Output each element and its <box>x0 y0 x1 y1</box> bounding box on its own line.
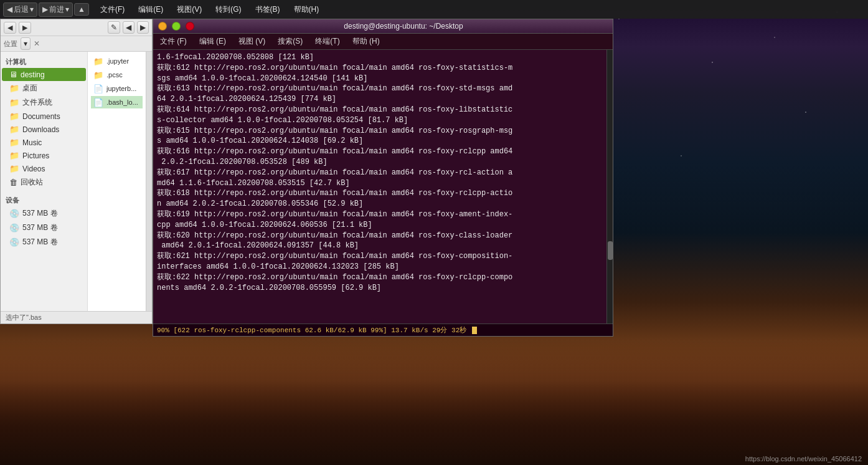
fm-next-icon[interactable]: ▶ <box>137 21 149 34</box>
file-icon-jupyterb: 📄 <box>93 84 103 93</box>
folder-icon-fs: 📁 <box>9 98 19 107</box>
sidebar-label-vol2: 537 MB 卷 <box>22 223 58 233</box>
sidebar-item-music[interactable]: 📁 Music <box>2 136 86 149</box>
term-line-3: 获取:613 http://repo.ros2.org/ubuntu/main … <box>157 84 603 94</box>
term-line-11: 获取:617 http://repo.ros2.org/ubuntu/main … <box>157 168 603 178</box>
fm-scrollbar[interactable] <box>146 52 152 311</box>
file-item-jupyterb[interactable]: 📄 jupyterb... <box>91 82 143 95</box>
up-button[interactable]: ▲ <box>74 3 89 16</box>
menu-view[interactable]: 视图(V) <box>173 3 205 16</box>
menu-edit[interactable]: 编辑(E) <box>134 3 167 16</box>
fm-forward-btn[interactable]: ▶ <box>19 22 31 34</box>
forward-label: 前进 <box>49 4 64 15</box>
fm-edit-icon[interactable]: ✎ <box>108 21 120 34</box>
terminal-menu-edit[interactable]: 编辑 (E) <box>196 35 230 48</box>
terminal-menu-help[interactable]: 帮助 (H) <box>349 35 384 48</box>
location-label: 位置 <box>4 39 17 49</box>
folder-icon-pcsc: 📁 <box>93 70 103 80</box>
terminal-menu-search[interactable]: 搜索(S) <box>274 35 306 48</box>
forward-dropdown[interactable]: ▾ <box>65 5 69 14</box>
file-item-jupyter[interactable]: 📁 .jupyter <box>91 55 143 67</box>
bottom-credit-bar: https://blog.csdn.net/weixin_45066412 <box>739 453 868 465</box>
sidebar-item-documents[interactable]: 📁 Documents <box>2 110 86 123</box>
taskbar-left: ◀ 后退 ▾ ▶ 前进 ▾ ▲ 文件(F) 编辑(E) 视图(V) 转到(G) … <box>3 2 865 17</box>
terminal-minimize-btn[interactable] <box>158 22 167 31</box>
location-close[interactable]: ✕ <box>34 39 40 48</box>
sidebar-item-trash[interactable]: 🗑 回收站 <box>2 175 86 189</box>
menu-bookmarks[interactable]: 书签(B) <box>252 3 284 16</box>
back-button[interactable]: ◀ 后退 ▾ <box>3 2 37 17</box>
back-label: 后退 <box>14 4 29 15</box>
scroll-thumb[interactable] <box>608 241 613 260</box>
sidebar-item-downloads[interactable]: 📁 Downloads <box>2 123 86 136</box>
menu-file[interactable]: 文件(F) <box>97 3 128 16</box>
terminal-maximize-btn[interactable] <box>172 22 181 31</box>
file-icon-bashlog: 📄 <box>93 97 103 107</box>
fm-status-text: 选中了".bas <box>6 314 42 321</box>
top-taskbar: ◀ 后退 ▾ ▶ 前进 ▾ ▲ 文件(F) 编辑(E) 视图(V) 转到(G) … <box>0 0 868 19</box>
sidebar-item-videos[interactable]: 📁 Videos <box>2 162 86 175</box>
sidebar-item-pictures[interactable]: 📁 Pictures <box>2 149 86 162</box>
computer-icon: 🖥 <box>9 70 17 79</box>
sidebar-item-desktop[interactable]: 📁 桌面 <box>2 81 86 95</box>
sidebar-label-downloads: Downloads <box>22 125 59 134</box>
fm-toolbar: ◀ ▶ ✎ ◀ ▶ <box>1 19 152 36</box>
fm-location-bar: 位置 ▾ ✕ <box>1 36 152 52</box>
fm-back-btn[interactable]: ◀ <box>4 22 16 34</box>
sidebar-label-fs: 文件系统 <box>22 97 52 108</box>
terminal-statusbar: 90% [622 ros-foxy-rclcpp-components 62.6… <box>153 324 613 336</box>
terminal-status-text: 90% [622 ros-foxy-rclcpp-components 62.6… <box>157 327 466 334</box>
credit-text: https://blog.csdn.net/weixin_45066412 <box>745 455 862 463</box>
sidebar-label-vol3: 537 MB 卷 <box>22 237 58 247</box>
terminal-close-btn[interactable] <box>186 22 194 31</box>
fm-sidebar: 计算机 🖥 desting 📁 桌面 📁 文件系统 📁 Documents 📁 … <box>1 52 88 311</box>
sidebar-item-desting[interactable]: 🖥 desting <box>2 68 86 81</box>
terminal-menubar: 文件 (F) 编辑 (E) 视图 (V) 搜索(S) 终端(T) 帮助 (H) <box>153 34 613 50</box>
term-line-5: 获取:614 http://repo.ros2.org/ubuntu/main … <box>157 105 603 115</box>
sidebar-section-computer: 计算机 <box>1 55 87 68</box>
terminal-menu-view[interactable]: 视图 (V) <box>235 35 269 48</box>
term-line-19: 获取:621 http://repo.ros2.org/ubuntu/main … <box>157 251 603 262</box>
fm-prev-icon[interactable]: ◀ <box>123 21 134 34</box>
term-line-9: 获取:616 http://repo.ros2.org/ubuntu/main … <box>157 146 603 157</box>
trash-icon: 🗑 <box>9 178 17 187</box>
term-line-2: sgs amd64 1.0.0-1focal.20200624.124540 [… <box>157 74 603 84</box>
file-item-bashlog[interactable]: 📄 .bash_lo... <box>91 96 143 108</box>
terminal-titlebar: desting@desting-ubuntu: ~/Desktop <box>153 19 613 34</box>
sidebar-item-vol2[interactable]: 💿 537 MB 卷 <box>2 221 86 235</box>
term-line-21: 获取:622 http://repo.ros2.org/ubuntu/main … <box>157 272 603 283</box>
file-label-jupyterb: jupyterb... <box>106 85 136 92</box>
term-line-0: 1.6-1focal.20200708.052808 [121 kB] <box>157 52 603 63</box>
location-dropdown[interactable]: ▾ <box>21 37 31 50</box>
sidebar-label-videos: Videos <box>22 165 45 173</box>
file-item-pcsc[interactable]: 📁 .pcsc <box>91 69 143 81</box>
sidebar-label-pictures: Pictures <box>22 151 49 160</box>
back-arrow: ◀ <box>7 5 12 14</box>
sidebar-item-filesystem[interactable]: 📁 文件系统 <box>2 95 86 110</box>
term-line-14: n amd64 2.0.2-1focal.20200708.055346 [52… <box>157 199 603 209</box>
terminal-content[interactable]: 1.6-1focal.20200708.052808 [121 kB] 获取:6… <box>153 50 606 324</box>
terminal-menu-terminal[interactable]: 终端(T) <box>311 35 343 48</box>
file-manager-window: ◀ ▶ ✎ ◀ ▶ 位置 ▾ ✕ 计算机 🖥 desting 📁 桌面 📁 文件… <box>0 19 153 324</box>
terminal-menu-file[interactable]: 文件 (F) <box>156 35 191 48</box>
term-line-12: md64 1.1.6-1focal.20200708.053515 [42.7 … <box>157 178 603 189</box>
menu-help[interactable]: 帮助(H) <box>290 3 323 16</box>
terminal-scrollbar[interactable] <box>606 50 613 324</box>
term-line-18: amd64 2.0.1-1focal.20200624.091357 [44.8… <box>157 241 603 251</box>
terminal-title: desting@desting-ubuntu: ~/Desktop <box>199 22 608 31</box>
file-label-jupyter: .jupyter <box>106 57 129 65</box>
scroll-track <box>607 50 613 324</box>
term-line-15: 获取:619 http://repo.ros2.org/ubuntu/main … <box>157 209 603 220</box>
menu-bar: 文件(F) 编辑(E) 视图(V) 转到(G) 书签(B) 帮助(H) <box>97 3 323 16</box>
nav-group: ◀ 后退 ▾ ▶ 前进 ▾ ▲ <box>3 2 89 17</box>
sidebar-item-vol1[interactable]: 💿 537 MB 卷 <box>2 206 86 221</box>
sidebar-label-vol1: 537 MB 卷 <box>22 208 58 219</box>
sidebar-label-music: Music <box>22 138 42 147</box>
sidebar-item-vol3[interactable]: 💿 537 MB 卷 <box>2 235 86 249</box>
terminal-cursor <box>472 327 477 334</box>
drive-icon-3: 💿 <box>9 237 19 247</box>
forward-button[interactable]: ▶ 前进 ▾ <box>39 2 73 17</box>
back-dropdown[interactable]: ▾ <box>30 5 34 14</box>
drive-icon-1: 💿 <box>9 209 19 218</box>
menu-goto[interactable]: 转到(G) <box>212 3 245 16</box>
